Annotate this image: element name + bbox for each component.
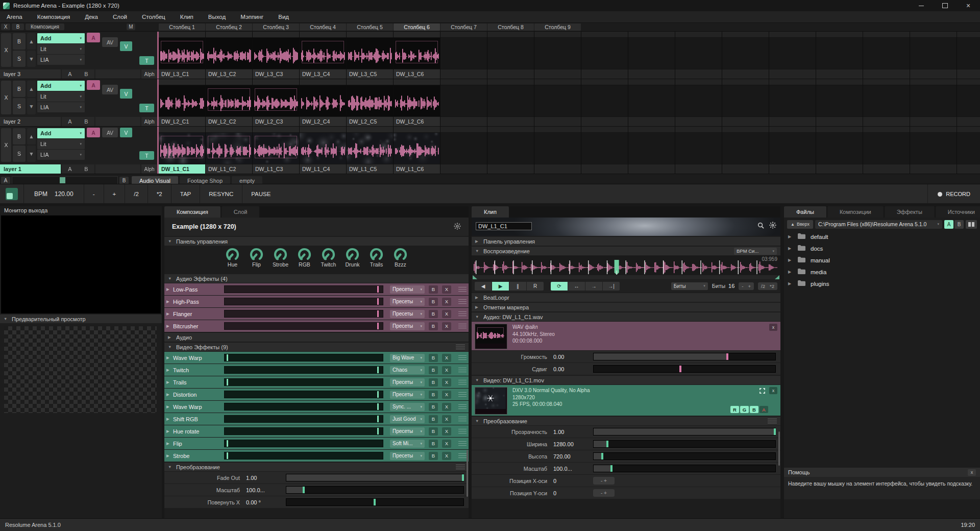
clip-transport-strip[interactable] <box>957 127 980 133</box>
layer-clear-button[interactable]: X <box>1 81 11 114</box>
effect-preset-select[interactable]: Пресеты▾ <box>390 391 425 399</box>
effect-slider-handle[interactable] <box>227 379 228 385</box>
effect-remove-button[interactable]: X <box>442 391 451 399</box>
expand-arrow-icon[interactable]: ▶ <box>788 270 793 274</box>
clip-name-label[interactable] <box>816 69 863 79</box>
clip-name-label[interactable] <box>628 116 675 126</box>
clip-thumbnail[interactable] <box>863 133 910 164</box>
clip-dw-l1-c3[interactable]: DW_L1_C3 <box>253 127 300 174</box>
effect-drywet-slider[interactable] <box>224 403 383 411</box>
clip-name-label[interactable]: DW_L1_C5 <box>347 164 393 174</box>
param-stepper[interactable]: - + <box>593 489 615 497</box>
clip-transport-strip[interactable] <box>206 79 252 85</box>
transport-loop-button[interactable]: ⟳ <box>551 282 568 291</box>
effect-bypass-button[interactable]: B <box>429 415 438 423</box>
folder-manual[interactable]: ▶manual <box>784 254 980 266</box>
clip-thumbnail[interactable] <box>769 85 816 116</box>
clip-cell-empty[interactable] <box>440 127 487 174</box>
markers-section-header[interactable]: ▶ Отметки маркера <box>472 303 780 311</box>
clip-name-label[interactable] <box>487 164 534 174</box>
clip-transport-strip[interactable] <box>394 127 440 133</box>
effect-preset-select[interactable]: Пресеты▾ <box>390 322 425 330</box>
maximize-button[interactable] <box>933 0 957 11</box>
video-effects-section-header[interactable]: ▼ Видео Эффекты (9) <box>164 343 469 351</box>
menu-item-1[interactable]: Arena <box>7 14 22 20</box>
clip-transport-strip[interactable] <box>347 127 393 133</box>
deck-a-button[interactable]: A <box>944 220 953 229</box>
menu-item-8[interactable]: Мэппинг <box>240 14 263 20</box>
layer-clear-button[interactable]: X <box>1 128 11 162</box>
expand-arrow-icon[interactable]: ▶ <box>166 311 173 316</box>
layer-down-button[interactable]: ▼ <box>27 146 36 162</box>
clip-name-label[interactable] <box>769 164 816 174</box>
expand-arrow-icon[interactable]: ▶ <box>166 355 173 360</box>
clip-dw-l1-c4[interactable]: DW_L1_C4 <box>300 127 347 174</box>
tab-эффекты[interactable]: Эффекты <box>885 206 935 218</box>
clip-name-label[interactable] <box>910 116 957 126</box>
clip-thumbnail[interactable] <box>534 38 581 69</box>
clip-name-label[interactable] <box>675 69 722 79</box>
effect-drag-handle[interactable] <box>458 380 467 385</box>
layer-a-mini-button[interactable]: A <box>68 166 71 172</box>
dashboard-knob-strobe[interactable]: Strobe <box>271 247 290 273</box>
collapse-arrow-icon[interactable]: ▼ <box>168 276 173 281</box>
clip-transport-strip[interactable] <box>206 127 252 133</box>
clip-thumbnail[interactable] <box>440 38 487 69</box>
clip-thumbnail[interactable] <box>253 38 299 69</box>
dashboard-knob-drunk[interactable]: Drunk <box>343 247 362 273</box>
clip-thumbnail-canvas[interactable] <box>300 85 346 116</box>
effect-preset-select[interactable]: Just Good▾ <box>390 415 425 423</box>
clip-transport-strip[interactable] <box>628 127 675 133</box>
clip-name-label[interactable]: DW_L1_C3 <box>253 164 299 174</box>
clip-name-label[interactable] <box>675 116 722 126</box>
clip-dashboard-section-header[interactable]: ▶ Панель управления <box>472 237 780 246</box>
layer-b-mini-button[interactable]: B <box>84 71 88 77</box>
knob-icon[interactable] <box>345 247 360 262</box>
layer-up-button[interactable]: ▲ <box>27 33 36 50</box>
layer-b-mini-button[interactable]: B <box>84 166 88 172</box>
clip-thumbnail-canvas[interactable] <box>300 133 346 164</box>
layer-transition-button[interactable]: T <box>139 104 154 112</box>
waveform-canvas[interactable] <box>474 260 777 275</box>
clip-name-label[interactable] <box>816 164 863 174</box>
clip-transport-strip[interactable] <box>534 79 581 85</box>
clip-cell-empty[interactable] <box>722 32 769 79</box>
param-slider-handle[interactable] <box>726 353 728 360</box>
bpm-button-tap[interactable]: TAP <box>171 184 200 204</box>
clip-thumbnail[interactable] <box>253 133 299 164</box>
layer-bypass-button[interactable]: B <box>13 81 26 97</box>
clip-thumbnail[interactable] <box>534 133 581 164</box>
clip-cell-empty[interactable] <box>863 32 910 79</box>
clip-transport-strip[interactable] <box>159 79 205 85</box>
drag-handle-icon[interactable] <box>456 345 465 349</box>
effect-drag-handle[interactable] <box>458 404 467 409</box>
collapse-arrow-icon[interactable]: ▼ <box>475 378 480 382</box>
clip-cell-empty[interactable] <box>722 79 769 126</box>
expand-arrow-icon[interactable]: ▶ <box>166 392 173 397</box>
clip-transport-strip[interactable] <box>347 79 393 85</box>
dashboard-knob-rgb[interactable]: RGB <box>295 247 314 273</box>
scrollbar-thumb[interactable] <box>778 431 780 466</box>
clip-thumbnail[interactable] <box>581 85 628 116</box>
knob-icon[interactable] <box>273 247 288 262</box>
channel-a-button[interactable]: A <box>760 406 768 413</box>
clip-transport-strip[interactable] <box>487 127 534 133</box>
beats-minus-plus[interactable]: -+ <box>739 282 754 290</box>
clip-transport-strip[interactable] <box>628 79 675 85</box>
clip-transport-strip[interactable] <box>534 32 581 38</box>
effect-drag-handle[interactable] <box>458 417 467 422</box>
clip-thumbnail[interactable] <box>581 133 628 164</box>
drag-handle-icon[interactable] <box>768 419 777 423</box>
effect-preset-select[interactable]: Пресеты▾ <box>390 310 425 318</box>
clip-thumbnail[interactable] <box>159 85 205 116</box>
layer-video-button[interactable]: V <box>120 41 132 51</box>
clip-cell-empty[interactable] <box>487 79 534 126</box>
effect-bypass-button[interactable]: B <box>429 403 438 411</box>
clip-thumbnail[interactable] <box>675 133 722 164</box>
clip-thumbnail[interactable] <box>394 85 440 116</box>
effect-remove-button[interactable]: X <box>442 310 451 318</box>
clip-cell-empty[interactable] <box>628 79 675 126</box>
clip-name-label[interactable] <box>957 116 980 126</box>
close-button[interactable]: × <box>957 0 980 11</box>
effect-drag-handle[interactable] <box>458 429 467 434</box>
